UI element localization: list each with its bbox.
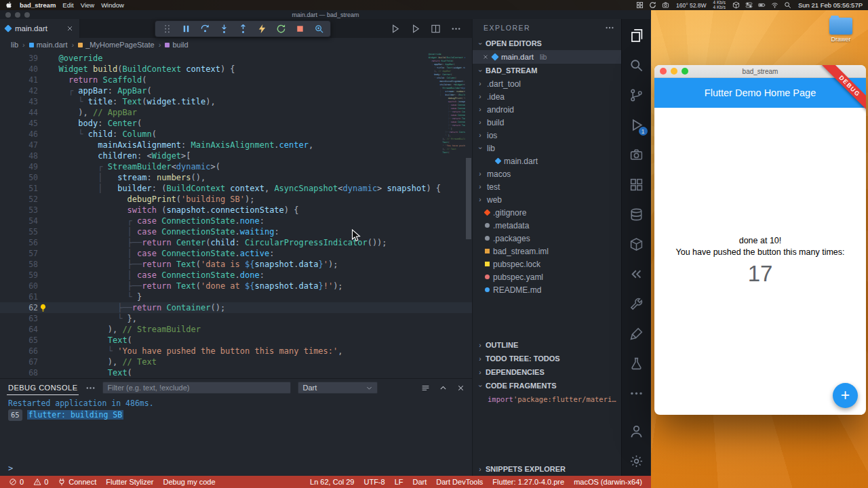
account-icon[interactable]	[622, 416, 651, 446]
console-output[interactable]: Restarted application in 486ms.65flutter…	[0, 396, 472, 464]
step-into-button[interactable]	[215, 22, 233, 37]
code-line[interactable]: 51 │ builder: (BuildContext context, Asy…	[0, 183, 472, 194]
line-number[interactable]: 45	[0, 118, 38, 129]
menubar-clock[interactable]: Sun 21 Feb 05:56:57P	[798, 1, 863, 9]
display-icon[interactable]	[662, 1, 669, 9]
menu-view[interactable]: View	[81, 1, 94, 9]
code-line[interactable]: 48 children: <Widget>[	[0, 150, 472, 161]
line-number[interactable]: 63	[0, 313, 38, 324]
flutter-version[interactable]: Flutter: 1.27.0-4.0.pre	[488, 478, 569, 486]
device-selector[interactable]: macOS (darwin-x64)	[569, 478, 647, 486]
line-number[interactable]: 66	[0, 346, 38, 357]
widget-inspector-button[interactable]	[310, 22, 328, 37]
line-number[interactable]: 41	[0, 75, 38, 85]
tree-item-pubspec-lock[interactable]: pubspec.lock	[473, 258, 621, 270]
run-all-button[interactable]	[410, 24, 420, 34]
minimize-window-button[interactable]	[671, 68, 677, 75]
tree-item-test[interactable]: test	[473, 180, 621, 193]
test-explorer-icon[interactable]	[622, 169, 651, 199]
tab-debug-console[interactable]: DEBUG CONSOLE	[7, 380, 79, 395]
search-icon[interactable]	[622, 50, 651, 80]
spotlight-icon[interactable]	[784, 1, 791, 9]
settings-gear-icon[interactable]	[622, 446, 651, 476]
app-menu[interactable]: bad_stream	[20, 1, 56, 9]
line-number[interactable]: 60	[0, 281, 38, 291]
console-prompt[interactable]	[0, 464, 472, 476]
breadcrumb-item[interactable]: main.dart	[37, 41, 68, 49]
code-line[interactable]: 53 switch (snapshot.connectionState) {	[0, 205, 472, 216]
minimap[interactable]: 39 @override40 Widget build(BuildContext…	[423, 53, 465, 156]
console-filter-input[interactable]	[102, 382, 291, 394]
line-number[interactable]: 46	[0, 129, 38, 140]
hot-reload-button[interactable]	[253, 22, 271, 37]
apple-menu-icon[interactable]	[5, 1, 13, 9]
run-debug-icon[interactable]: 1	[622, 110, 651, 140]
close-editor-icon[interactable]	[482, 54, 489, 60]
code-line[interactable]: 49 ┌ StreamBuilder<dynamic>(	[0, 161, 472, 172]
more-extensions-icon[interactable]	[622, 378, 651, 408]
cursor-position[interactable]: Ln 62, Col 29	[305, 478, 359, 486]
code-line[interactable]: 65 Text(	[0, 335, 472, 346]
code-line[interactable]: 47 mainAxisAlignment: MainAxisAlignment.…	[0, 140, 472, 150]
scrollbar-thumb[interactable]	[466, 158, 471, 239]
code-line[interactable]: 39 @override	[0, 53, 472, 64]
line-number[interactable]: 42	[0, 85, 38, 96]
code-line[interactable]: 61 └ }	[0, 291, 472, 302]
line-number[interactable]: 54	[0, 216, 38, 226]
increment-fab[interactable]: +	[833, 383, 858, 408]
encoding-selector[interactable]: UTF-8	[359, 478, 389, 486]
console-line[interactable]: Restarted application in 486ms.	[8, 398, 472, 409]
line-number[interactable]: 48	[0, 150, 38, 161]
tree-item-web[interactable]: web	[473, 193, 621, 206]
open-editors-header[interactable]: OPEN EDITORS	[473, 37, 621, 50]
debug-my-code-button[interactable]: Debug my code	[159, 478, 220, 486]
code-line[interactable]: 60 ├──return Text('done at ${snapshot.da…	[0, 281, 472, 291]
bluetooth-icon[interactable]	[732, 1, 740, 9]
tree-item-android[interactable]: android	[473, 103, 621, 116]
console-menu-icon[interactable]	[421, 384, 430, 392]
tree-item--gitignore[interactable]: .gitignore	[473, 206, 621, 219]
window-controls[interactable]	[5, 12, 30, 18]
beaker-icon[interactable]	[622, 348, 651, 378]
step-out-button[interactable]	[234, 22, 252, 37]
line-number[interactable]: 47	[0, 140, 38, 150]
line-number[interactable]: 53	[0, 205, 38, 216]
code-line[interactable]: 43 └ title: Text(widget.title),	[0, 96, 472, 107]
source-control-icon[interactable]	[622, 80, 651, 110]
snippets-explorer-header[interactable]: SNIPPETS EXPLORER	[473, 462, 621, 476]
problems-errors[interactable]: 0	[4, 478, 28, 486]
line-number[interactable]: 68	[0, 367, 38, 378]
flutter-stylizer-button[interactable]: Flutter Stylizer	[101, 478, 158, 486]
line-number[interactable]: 52	[0, 194, 38, 205]
tree-item--metadata[interactable]: .metadata	[473, 219, 621, 232]
line-number[interactable]: 56	[0, 237, 38, 248]
istat-menu-icon[interactable]	[636, 1, 644, 9]
remote-explorer-icon[interactable]	[622, 259, 651, 289]
code-editor[interactable]: 39 @override40 Widget build(BuildContext…	[0, 52, 472, 378]
line-number[interactable]: 55	[0, 226, 38, 237]
code-line[interactable]: 59 │ case ConnectionState.done:	[0, 270, 472, 281]
dart-devtools-button[interactable]: Dart DevTools	[431, 478, 488, 486]
zoom-window-button[interactable]	[682, 68, 688, 75]
wifi-icon[interactable]	[771, 1, 778, 9]
editor-scrollbar[interactable]	[465, 52, 472, 378]
explorer-icon[interactable]	[622, 20, 651, 50]
split-editor-button[interactable]	[431, 24, 441, 34]
code-line[interactable]: 64 ), // StreamBuilder	[0, 324, 472, 335]
code-line[interactable]: 63 └ },	[0, 313, 472, 324]
code-line[interactable]: 56 ├──return Center(child: CircularProgr…	[0, 237, 472, 248]
lightbulb-icon[interactable]	[39, 304, 47, 312]
code-line[interactable]: 44 ), // AppBar	[0, 107, 472, 118]
breadcrumb[interactable]: lib›main.dart›_MyHomePageState›build	[0, 38, 472, 52]
line-number[interactable]: 50	[0, 172, 38, 183]
line-number[interactable]: 44	[0, 107, 38, 118]
code-line[interactable]: 68 Text(	[423, 151, 465, 155]
code-line[interactable]: 57 │ case ConnectionState.active:	[0, 248, 472, 259]
explorer-more-icon[interactable]	[605, 23, 614, 33]
stop-button[interactable]	[291, 22, 309, 37]
code-line[interactable]: 54 ┌ case ConnectionState.none:	[0, 216, 472, 226]
line-number[interactable]: 57	[0, 248, 38, 259]
code-fragment-item[interactable]: import 'package:flutter/materi…	[473, 392, 621, 405]
line-number[interactable]: 62	[0, 302, 38, 313]
code-line[interactable]: 45 body: Center(	[0, 118, 472, 129]
